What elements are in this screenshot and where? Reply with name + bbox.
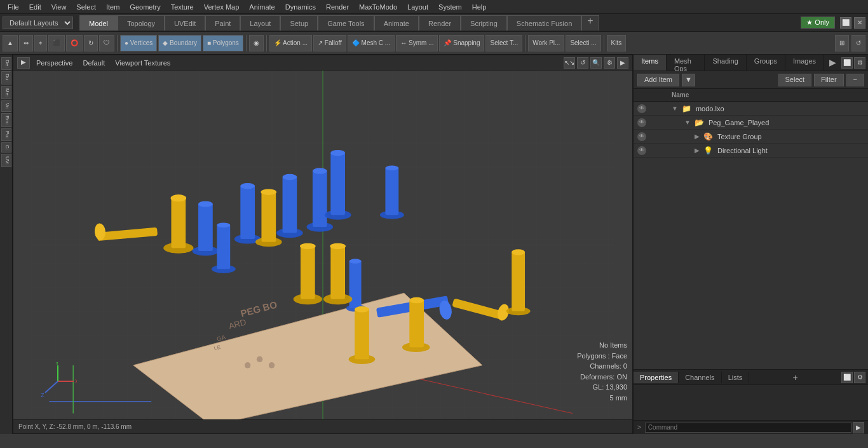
item-expand-2[interactable]: ▼ bbox=[684, 119, 691, 126]
scene-canvas[interactable]: PEG BO ARD GA LE bbox=[13, 71, 632, 419]
tool-box[interactable]: ⬛ bbox=[48, 35, 65, 51]
menu-render[interactable]: Render bbox=[321, 2, 354, 12]
panel-tab-groups[interactable]: Groups bbox=[747, 55, 785, 71]
vp-icon-zoom[interactable]: 🔍 bbox=[590, 57, 602, 69]
menu-maxtomodo[interactable]: MaxToModo bbox=[354, 2, 402, 12]
tab-topology[interactable]: Topology bbox=[118, 15, 165, 31]
tab-paint[interactable]: Paint bbox=[205, 15, 240, 31]
item-row-texture[interactable]: 👁 ▶ 🎨 Texture Group bbox=[634, 130, 868, 144]
item-eye-1b[interactable] bbox=[649, 104, 658, 113]
select-button[interactable]: Select bbox=[778, 74, 812, 86]
vp-icon-refresh[interactable]: ↺ bbox=[577, 57, 588, 69]
vp-icon-play[interactable]: ▶ bbox=[617, 57, 628, 69]
item-expand-4[interactable]: ▶ bbox=[695, 147, 700, 154]
item-eye-4b[interactable] bbox=[649, 146, 658, 155]
window-restore[interactable]: ⬜ bbox=[840, 17, 851, 29]
window-close[interactable]: ✕ bbox=[854, 17, 865, 29]
vp-icon-arrows[interactable]: ↖↘ bbox=[564, 57, 575, 69]
sidebar-po[interactable]: Po: bbox=[1, 128, 11, 141]
menu-dynamics[interactable]: Dynamics bbox=[280, 2, 321, 12]
tool-arrow[interactable]: ▲ bbox=[3, 35, 18, 51]
sidebar-c[interactable]: C: bbox=[1, 142, 11, 153]
item-eye-2c[interactable] bbox=[660, 118, 669, 127]
menu-edit[interactable]: Edit bbox=[24, 2, 46, 12]
menu-select[interactable]: Select bbox=[71, 2, 101, 12]
tab-setup[interactable]: Setup bbox=[280, 15, 318, 31]
menu-geometry[interactable]: Geometry bbox=[125, 2, 165, 12]
command-input[interactable] bbox=[645, 423, 851, 433]
item-expand-3[interactable]: ▶ bbox=[695, 133, 700, 140]
tool-shield[interactable]: 🛡 bbox=[99, 35, 114, 51]
item-row-light[interactable]: 👁 ▶ 💡 Directional Light bbox=[634, 144, 868, 158]
item-eye-1c[interactable] bbox=[660, 104, 669, 113]
tab-schematicfusion[interactable]: Schematic Fusion bbox=[507, 15, 581, 31]
sidebar-vr[interactable]: Vr: bbox=[1, 100, 11, 112]
menu-item[interactable]: Item bbox=[101, 2, 125, 12]
sidebar-de[interactable]: De: bbox=[1, 57, 11, 70]
mode-boundary[interactable]: ◆ Boundary bbox=[158, 35, 201, 51]
prop-ctrl-expand[interactable]: ⬜ bbox=[841, 372, 853, 383]
prop-tab-lists[interactable]: Lists bbox=[722, 372, 750, 383]
item-eye-1[interactable]: 👁 bbox=[637, 104, 646, 113]
tab-animate[interactable]: Animate bbox=[374, 15, 419, 31]
btn-viewport-grid[interactable]: ⊞ bbox=[835, 35, 849, 51]
star-only-button[interactable]: ★ Only bbox=[801, 17, 835, 29]
item-eye-4c[interactable] bbox=[660, 146, 669, 155]
item-eye-2[interactable]: 👁 bbox=[637, 118, 646, 127]
items-minus[interactable]: − bbox=[846, 74, 864, 86]
tool-rotate[interactable]: ↻ bbox=[84, 35, 98, 51]
menu-view[interactable]: View bbox=[46, 2, 72, 12]
btn-viewport-rotate[interactable]: ↺ bbox=[851, 35, 865, 51]
item-row-modo[interactable]: 👁 ▼ 📁 modo.lxo bbox=[634, 102, 868, 116]
btn-selecti[interactable]: Selecti ... bbox=[566, 35, 600, 51]
tab-layout[interactable]: Layout bbox=[240, 15, 280, 31]
btn-action[interactable]: ⚡ Action ... bbox=[269, 35, 312, 51]
item-eye-4[interactable]: 👁 bbox=[637, 146, 646, 155]
item-eye-2b[interactable] bbox=[649, 118, 658, 127]
tab-uvedit[interactable]: UVEdit bbox=[165, 15, 205, 31]
panel-tab-meshops[interactable]: Mesh Ops bbox=[667, 55, 705, 71]
tab-scripting[interactable]: Scripting bbox=[461, 15, 507, 31]
sidebar-me[interactable]: Me: bbox=[1, 86, 11, 99]
mode-vertices[interactable]: ● Vertices bbox=[120, 35, 157, 51]
btn-snapping[interactable]: 📌 Snapping bbox=[439, 35, 484, 51]
vp-display[interactable]: Viewport Textures bbox=[111, 59, 174, 67]
btn-symm[interactable]: ↔ Symm ... bbox=[396, 35, 438, 51]
item-row-peg[interactable]: 👁 ▼ 📂 Peg_Game_Played bbox=[634, 116, 868, 130]
panel-tab-items[interactable]: Items bbox=[634, 55, 667, 71]
menu-help[interactable]: Help bbox=[467, 2, 492, 12]
item-eye-3[interactable]: 👁 bbox=[637, 132, 646, 141]
sidebar-du[interactable]: Du: bbox=[1, 71, 11, 84]
tool-sphere[interactable]: ◉ bbox=[249, 35, 264, 51]
add-item-dropdown[interactable]: ▼ bbox=[682, 74, 695, 86]
vp-perspective[interactable]: Perspective bbox=[32, 59, 76, 67]
btn-workpl[interactable]: Work Pl... bbox=[528, 35, 564, 51]
tab-gametools[interactable]: Game Tools bbox=[318, 15, 374, 31]
item-eye-3b[interactable] bbox=[649, 132, 658, 141]
item-eye-3c[interactable] bbox=[660, 132, 669, 141]
btn-falloff[interactable]: ↗ Falloff bbox=[313, 35, 346, 51]
tab-model[interactable]: Model bbox=[79, 15, 118, 31]
tool-select[interactable]: ⌖ bbox=[34, 35, 47, 51]
btn-selectt[interactable]: Select T... bbox=[485, 35, 522, 51]
vp-shading[interactable]: Default bbox=[79, 59, 109, 67]
mode-polygons[interactable]: ■ Polygons bbox=[203, 35, 243, 51]
tab-plus[interactable]: + bbox=[581, 15, 599, 31]
add-item-button[interactable]: Add Item bbox=[637, 74, 679, 86]
vp-icon-settings[interactable]: ⚙ bbox=[604, 57, 615, 69]
cmd-execute[interactable]: ▶ bbox=[853, 422, 864, 433]
item-expand-1[interactable]: ▼ bbox=[672, 105, 678, 112]
panel-tab-expand[interactable]: ▶ bbox=[824, 55, 841, 71]
panel-ctrl-2[interactable]: ⚙ bbox=[854, 57, 865, 69]
tool-move[interactable]: ⇔ bbox=[19, 35, 33, 51]
filter-button[interactable]: Filter bbox=[814, 74, 843, 86]
prop-tab-channels[interactable]: Channels bbox=[679, 372, 721, 383]
panel-tab-images[interactable]: Images bbox=[785, 55, 824, 71]
prop-tab-properties[interactable]: Properties bbox=[634, 372, 679, 383]
layout-dropdown[interactable]: Default Layouts bbox=[3, 17, 73, 29]
sidebar-em[interactable]: Em: bbox=[1, 113, 11, 127]
panel-tab-shading[interactable]: Shading bbox=[705, 55, 746, 71]
menu-texture[interactable]: Texture bbox=[166, 2, 199, 12]
menu-system[interactable]: System bbox=[433, 2, 467, 12]
panel-ctrl-1[interactable]: ⬜ bbox=[841, 57, 853, 69]
